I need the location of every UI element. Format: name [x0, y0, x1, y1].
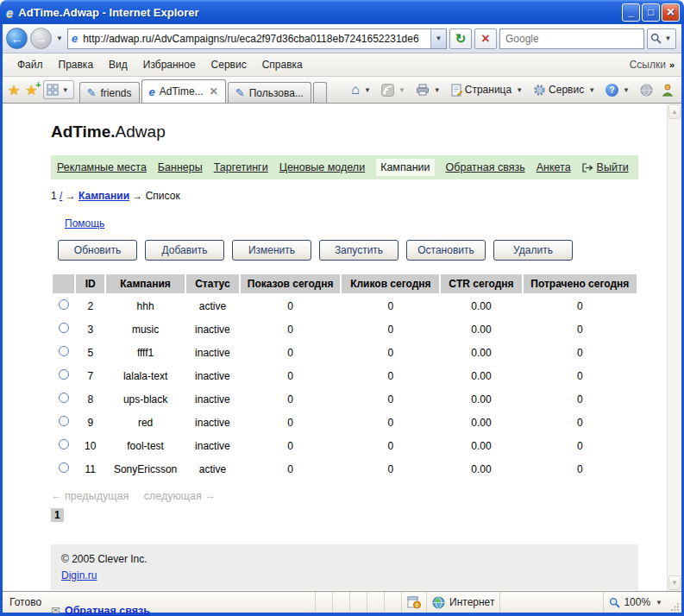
tab-friends[interactable]: ✎ friends [79, 82, 140, 103]
history-dropdown-icon[interactable]: ▼ [54, 35, 65, 42]
links-toolbar-label[interactable]: Ссылки [630, 59, 669, 71]
table-row: 2hhhactive000.000 [53, 295, 637, 317]
minimize-button[interactable]: _ [622, 3, 640, 22]
cell-shows: 0 [241, 435, 341, 456]
quick-tabs-button[interactable]: ▼ [43, 80, 74, 99]
tools-button[interactable]: Сервис ▼ [530, 81, 599, 99]
menu-tools[interactable]: Сервис [204, 55, 254, 74]
messenger-button[interactable] [659, 81, 676, 99]
messenger-icon [662, 84, 674, 97]
envelope-icon: ✉ [51, 604, 60, 616]
nav-feedback[interactable]: Обратная связь [446, 161, 525, 173]
campaigns-table: IDКампанияСтатусПоказов сегодняКликов се… [51, 273, 638, 481]
pagination: ← предыдущая следующая → 1 [51, 490, 638, 522]
nav-banners[interactable]: Баннеры [158, 161, 203, 173]
row-radio-button[interactable] [59, 462, 69, 473]
address-dropdown-button[interactable]: ▼ [430, 29, 446, 48]
column-header: Потрачено сегодня [524, 274, 637, 293]
nav-survey[interactable]: Анкета [537, 161, 571, 173]
new-tab-stub[interactable] [313, 82, 327, 103]
add-button[interactable]: Добавить [145, 240, 224, 261]
row-radio-button[interactable] [59, 299, 69, 310]
tab-close-icon[interactable]: ✕ [210, 85, 218, 97]
nav-price-models[interactable]: Ценовые модели [279, 161, 365, 173]
search-dropdown-icon[interactable]: ▼ [663, 35, 674, 42]
breadcrumb-root-link[interactable]: / [60, 190, 62, 202]
pencil-favicon-icon: ✎ [87, 86, 97, 99]
help-button[interactable]: ? ▼ [603, 81, 634, 99]
maximize-button[interactable]: □ [642, 3, 660, 22]
tab-adtime-active[interactable]: e AdTime... ✕ [141, 79, 226, 103]
vertical-scrollbar[interactable]: ▲ ▼ [667, 104, 681, 591]
cell-name: lalala-text [106, 365, 185, 387]
select-cell [53, 342, 74, 363]
cell-clicks: 0 [342, 412, 439, 433]
feedback-link[interactable]: Обратная связь [65, 605, 150, 616]
add-favorite-icon[interactable]: ★+ [25, 82, 37, 98]
stop-button[interactable]: × [474, 28, 497, 49]
nav-targetings[interactable]: Таргетинги [214, 161, 268, 173]
pencil-favicon-icon: ✎ [235, 86, 245, 99]
menu-view[interactable]: Вид [101, 55, 135, 74]
cell-id: 5 [76, 342, 104, 363]
menu-favorites[interactable]: Избранное [135, 55, 204, 74]
print-button[interactable]: ▼ [413, 81, 445, 98]
refresh-button[interactable]: ↻ [449, 28, 472, 49]
nav-logout[interactable]: Выйти [582, 161, 629, 173]
forward-button[interactable]: → [30, 28, 52, 49]
site-logo-bold: AdTime. [51, 123, 116, 141]
edit-button[interactable]: Изменить [232, 240, 311, 261]
column-header: Показов сегодня [241, 274, 341, 293]
scroll-up-icon[interactable]: ▲ [668, 104, 681, 119]
address-bar: e ▼ [67, 28, 447, 49]
cell-status: inactive [186, 318, 239, 340]
digin-link[interactable]: Digin.ru [61, 569, 97, 581]
cell-spent: 0 [524, 435, 637, 456]
row-radio-button[interactable] [59, 393, 69, 403]
update-button[interactable] [637, 81, 656, 99]
select-cell [53, 458, 74, 480]
menu-file[interactable]: Файл [9, 55, 51, 74]
help-link[interactable]: Помощь [65, 217, 104, 229]
cell-status: inactive [186, 412, 239, 433]
search-input[interactable] [504, 32, 640, 46]
row-radio-button[interactable] [59, 369, 69, 380]
row-radio-button[interactable] [59, 346, 69, 356]
select-column-header [53, 274, 74, 293]
current-page-number[interactable]: 1 [51, 508, 64, 522]
nav-ad-places[interactable]: Рекламные места [57, 161, 147, 173]
table-header-row: IDКампанияСтатусПоказов сегодняКликов се… [53, 274, 637, 293]
stop-campaign-button[interactable]: Остановить [406, 240, 486, 261]
menu-help[interactable]: Справка [254, 55, 311, 74]
favorites-star-icon[interactable]: ★ [8, 82, 20, 98]
nav-campaigns-active[interactable]: Кампании [376, 159, 434, 176]
browser-viewport: AdTime.Adwap Рекламные места Баннеры Тар… [3, 104, 681, 591]
web-page: AdTime.Adwap Рекламные места Баннеры Тар… [3, 104, 681, 616]
window-frame: ← → ▼ e ▼ ↻ × ▼ Файл Пра [0, 24, 684, 616]
row-radio-button[interactable] [59, 416, 69, 426]
menu-edit[interactable]: Правка [51, 55, 102, 74]
feeds-button[interactable]: ▼ [379, 81, 410, 99]
close-button[interactable]: ✕ [662, 3, 680, 22]
url-input[interactable] [81, 32, 430, 46]
refresh-icon: ↻ [455, 32, 467, 45]
refresh-list-button[interactable]: Обновить [58, 240, 137, 261]
tab-users[interactable]: ✎ Пользова... [228, 82, 311, 103]
nav-logout-label[interactable]: Выйти [597, 161, 629, 173]
start-button[interactable]: Запустить [319, 240, 398, 261]
row-radio-button[interactable] [59, 439, 69, 449]
home-button[interactable]: ⌂▼ [348, 80, 375, 99]
column-header: Кликов сегодня [342, 274, 439, 293]
breadcrumb-campaigns-link[interactable]: Кампании [78, 190, 129, 202]
tab-list-dropdown-icon[interactable]: ▼ [60, 86, 71, 94]
scroll-down-icon[interactable]: ▼ [668, 575, 681, 590]
delete-button[interactable]: Удалить [493, 240, 573, 261]
back-button[interactable]: ← [6, 28, 28, 49]
row-radio-button[interactable] [59, 323, 69, 333]
links-overflow-icon[interactable]: » [669, 60, 675, 70]
cell-name: hhh [106, 295, 185, 317]
search-box [499, 28, 644, 49]
search-button[interactable]: ▼ [647, 28, 676, 49]
page-button[interactable]: Страница ▼ [449, 81, 527, 99]
cell-shows: 0 [241, 388, 341, 410]
